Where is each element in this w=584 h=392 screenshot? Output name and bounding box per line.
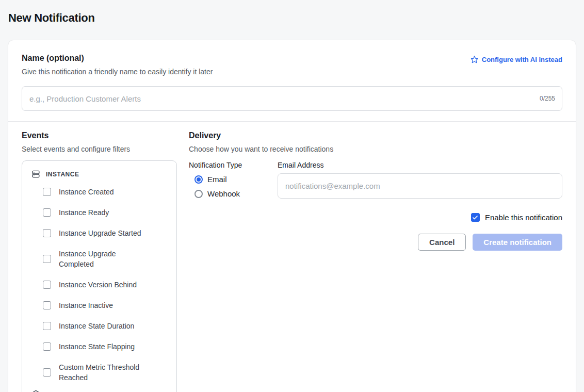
- configure-ai-link-label: Configure with AI instead: [482, 56, 562, 63]
- star-icon: [470, 55, 479, 64]
- events-heading: Events: [22, 131, 177, 140]
- checkbox-unchecked-icon[interactable]: [43, 281, 51, 289]
- events-section: Events Select events and configure filte…: [22, 131, 177, 392]
- event-row-instance-inactive[interactable]: Instance Inactive: [28, 295, 170, 316]
- char-counter: 0/255: [540, 95, 555, 102]
- event-row-instance-version-behind[interactable]: Instance Version Behind: [28, 274, 170, 295]
- name-section: Name (optional) Give this notification a…: [8, 40, 576, 121]
- package-icon: [31, 390, 40, 392]
- name-input[interactable]: [22, 86, 562, 111]
- checkbox-unchecked-icon[interactable]: [43, 301, 51, 309]
- page-title: New Notification: [0, 0, 584, 25]
- email-address-input[interactable]: [278, 173, 562, 199]
- event-group-release: RELEASE: [28, 388, 170, 392]
- enable-notification-toggle[interactable]: Enable this notification: [189, 213, 562, 222]
- checkbox-unchecked-icon[interactable]: [43, 322, 51, 330]
- event-row-instance-upgrade-completed[interactable]: Instance Upgrade Completed: [28, 243, 170, 274]
- radio-option-email[interactable]: Email: [189, 172, 278, 186]
- delivery-section: Delivery Choose how you want to receive …: [189, 131, 562, 392]
- event-row-instance-upgrade-started[interactable]: Instance Upgrade Started: [28, 223, 170, 243]
- notification-type-radio-group: Email Webhook: [189, 172, 278, 201]
- checkbox-checked-icon[interactable]: [471, 213, 480, 222]
- radio-checked-icon[interactable]: [194, 175, 203, 184]
- checkbox-unchecked-icon[interactable]: [43, 368, 51, 377]
- notification-type-label: Notification Type: [189, 161, 278, 169]
- event-row-custom-metric-threshold[interactable]: Custom Metric Threshold Reached: [28, 357, 170, 388]
- delivery-description: Choose how you want to receive notificat…: [189, 145, 562, 153]
- radio-unchecked-icon[interactable]: [194, 190, 203, 198]
- events-list-box: INSTANCE Instance Created Instance Ready…: [22, 160, 177, 392]
- notification-form-card: Name (optional) Give this notification a…: [8, 40, 576, 392]
- event-group-instance: INSTANCE: [28, 168, 170, 182]
- checkbox-unchecked-icon[interactable]: [43, 188, 51, 196]
- checkbox-unchecked-icon[interactable]: [43, 208, 51, 217]
- email-address-label: Email Address: [278, 161, 562, 169]
- event-row-instance-created[interactable]: Instance Created: [28, 182, 170, 202]
- checkbox-unchecked-icon[interactable]: [43, 229, 51, 237]
- event-group-label: INSTANCE: [46, 171, 79, 178]
- event-row-instance-ready[interactable]: Instance Ready: [28, 202, 170, 223]
- radio-option-webhook[interactable]: Webhook: [189, 186, 278, 201]
- cancel-button[interactable]: Cancel: [418, 234, 466, 251]
- configure-ai-link[interactable]: Configure with AI instead: [470, 55, 562, 64]
- event-row-instance-state-duration[interactable]: Instance State Duration: [28, 316, 170, 336]
- create-notification-button[interactable]: Create notification: [473, 234, 562, 251]
- checkbox-unchecked-icon[interactable]: [43, 255, 51, 263]
- event-row-instance-state-flapping[interactable]: Instance State Flapping: [28, 336, 170, 357]
- name-section-heading: Name (optional): [22, 54, 213, 63]
- events-description: Select events and configure filters: [22, 145, 177, 153]
- server-stack-icon: [31, 170, 40, 178]
- delivery-heading: Delivery: [189, 131, 562, 140]
- name-section-description: Give this notification a friendly name t…: [22, 68, 213, 76]
- checkbox-unchecked-icon[interactable]: [43, 342, 51, 351]
